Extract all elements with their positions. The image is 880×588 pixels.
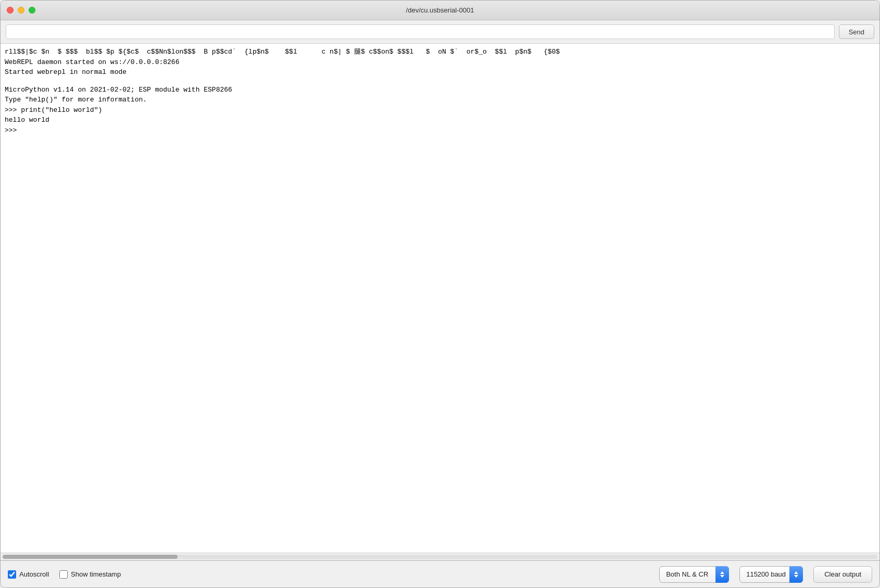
scroll-thumb[interactable] <box>3 555 178 559</box>
line-ending-dropdown-wrapper: No line ending Newline Carriage return B… <box>659 566 729 583</box>
horizontal-scrollbar[interactable] <box>1 553 879 560</box>
autoscroll-group: Autoscroll <box>8 570 49 579</box>
main-window: /dev/cu.usbserial-0001 Send rll$$|$c $n … <box>0 0 880 588</box>
terminal-line: Started webrepl in normal mode <box>5 67 875 78</box>
baud-rate-dropdown-wrapper: 300 baud 1200 baud 2400 baud 4800 baud 9… <box>739 566 803 583</box>
timestamp-group: Show timestamp <box>59 570 121 579</box>
terminal-output[interactable]: rll$$|$c $n $ $$$ bl$$ $p ${$c$ c$$Nn$lo… <box>1 44 879 553</box>
window-title: /dev/cu.usbserial-0001 <box>406 6 474 14</box>
terminal-line: rll$$|$c $n $ $$$ bl$$ $p ${$c$ c$$Nn$lo… <box>5 47 875 57</box>
send-button[interactable]: Send <box>839 24 874 39</box>
statusbar: Autoscroll Show timestamp No line ending… <box>1 560 879 587</box>
autoscroll-checkbox[interactable] <box>8 570 16 579</box>
show-timestamp-checkbox[interactable] <box>59 570 68 579</box>
show-timestamp-label: Show timestamp <box>71 570 121 578</box>
autoscroll-label: Autoscroll <box>19 570 49 578</box>
terminal-line: Type "help()" for more information. <box>5 95 875 105</box>
terminal-line: WebREPL daemon started on ws://0.0.0.0:8… <box>5 57 875 68</box>
window-controls <box>7 7 35 14</box>
minimize-button[interactable] <box>18 7 24 14</box>
baud-rate-select[interactable]: 300 baud 1200 baud 2400 baud 4800 baud 9… <box>739 566 803 583</box>
terminal-line: >>> print("hello world") <box>5 105 875 116</box>
terminal-line-empty <box>5 78 875 85</box>
toolbar: Send <box>1 20 879 44</box>
close-button[interactable] <box>7 7 14 14</box>
clear-output-button[interactable]: Clear output <box>813 566 872 583</box>
line-ending-select[interactable]: No line ending Newline Carriage return B… <box>659 566 729 583</box>
terminal-line: MicroPython v1.14 on 2021-02-02; ESP mod… <box>5 85 875 95</box>
scroll-track <box>3 555 877 559</box>
terminal-line: hello world <box>5 115 875 125</box>
titlebar: /dev/cu.usbserial-0001 <box>1 1 879 20</box>
send-input[interactable] <box>6 24 835 39</box>
maximize-button[interactable] <box>29 7 35 14</box>
terminal-line: >>> <box>5 125 875 136</box>
